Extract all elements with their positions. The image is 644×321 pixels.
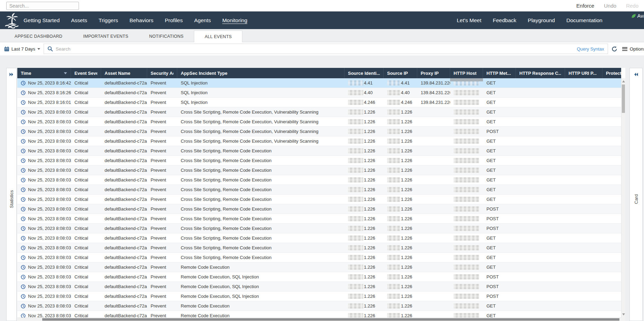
table-row[interactable]: Nov 25, 2023 8:08:03 PMCriticaldefaultBa… <box>17 253 621 262</box>
column-header-http-met[interactable]: HTTP Met... <box>483 68 516 78</box>
column-header-http-uri-p[interactable]: HTTP URI P... <box>565 68 602 78</box>
table-row[interactable]: Nov 25, 2023 8:08:03 PMCriticaldefaultBa… <box>17 301 621 311</box>
column-header-proxy-ip[interactable]: Proxy IP <box>417 68 450 78</box>
cell-http-response-code <box>516 253 565 262</box>
cell-security-action-text: Prevent <box>151 235 166 241</box>
options-menu-button[interactable]: Options <box>622 46 644 52</box>
redo-button[interactable]: Redo <box>626 3 638 9</box>
table-row[interactable]: Nov 25, 2023 8:08:03 PMCriticaldefaultBa… <box>17 146 621 156</box>
cell-source-ip: 1.226 <box>384 146 417 155</box>
nav-item-triggers[interactable]: Triggers <box>99 17 118 24</box>
cell-http-method: GET <box>483 98 516 107</box>
scroll-up-button[interactable] <box>621 79 625 84</box>
app-logo[interactable] <box>3 12 21 28</box>
nav-item-monitoring[interactable]: Monitoring <box>222 17 247 24</box>
table-row[interactable]: Nov 25, 2023 8:08:03 PMCriticaldefaultBa… <box>17 233 621 243</box>
clock-icon <box>21 216 26 221</box>
horizontal-scroll-thumb[interactable] <box>42 318 619 321</box>
table-row[interactable]: Nov 25, 2023 8:08:03 PMCriticaldefaultBa… <box>17 166 621 175</box>
cell-source-identifier-text: 1.226 <box>364 109 375 115</box>
table-row[interactable]: Nov 25, 2023 8:16:26 PMCriticaldefaultBa… <box>17 88 621 98</box>
column-header-http-response-c[interactable]: HTTP Response C... <box>516 68 565 78</box>
cell-asset-name-text: defaultBackend-c72a-f0c6 <box>105 129 147 134</box>
cell-security-action-text: Prevent <box>151 255 166 260</box>
column-header-http-host[interactable]: HTTP Host <box>450 68 483 78</box>
redacted-http-host <box>454 294 479 299</box>
nav-item-getting-started[interactable]: Getting Started <box>24 17 60 24</box>
redacted-http-host <box>454 255 479 260</box>
cell-proxy-ip <box>417 127 450 136</box>
column-header-appsec-incident-type[interactable]: AppSec Incident Type <box>177 68 345 78</box>
expand-card-button[interactable] <box>634 68 638 78</box>
vertical-scroll-thumb[interactable] <box>622 84 625 113</box>
table-row[interactable]: Nov 25, 2023 8:08:03 PMCriticaldefaultBa… <box>17 156 621 166</box>
table-row[interactable]: Nov 25, 2023 8:08:03 PMCriticaldefaultBa… <box>17 195 621 204</box>
query-syntax-link[interactable]: Query Syntax <box>577 46 604 52</box>
nav-item-documentation[interactable]: Documentation <box>566 17 602 24</box>
cell-time: Nov 25, 2023 8:08:03 PM <box>17 175 71 185</box>
nav-item-behaviors[interactable]: Behaviors <box>129 17 153 24</box>
cell-http-method-text: POST <box>486 274 499 279</box>
date-range-selector[interactable]: Last 7 Days <box>4 46 44 52</box>
table-row[interactable]: Nov 25, 2023 8:08:03 PMCriticaldefaultBa… <box>17 224 621 233</box>
cell-source-identifier: 1.226 <box>345 156 384 165</box>
global-search-input[interactable] <box>6 2 79 10</box>
tab-important-events[interactable]: IMPORTANT EVENTS <box>73 30 139 42</box>
vertical-scrollbar[interactable] <box>621 78 625 318</box>
enforce-button[interactable]: Enforce <box>576 3 594 9</box>
table-row[interactable]: Nov 25, 2023 8:08:03 PMCriticaldefaultBa… <box>17 282 621 292</box>
table-row[interactable]: Nov 25, 2023 8:08:03 PMCriticaldefaultBa… <box>17 175 621 185</box>
scroll-down-button[interactable] <box>621 312 625 317</box>
cell-time: Nov 25, 2023 8:08:03 PM <box>17 253 71 262</box>
table-row[interactable]: Nov 25, 2023 8:08:03 PMCriticaldefaultBa… <box>17 262 621 272</box>
table-row[interactable]: Nov 25, 2023 8:08:03 PMCriticaldefaultBa… <box>17 107 621 117</box>
clock-icon <box>21 275 26 279</box>
table-row[interactable]: Nov 25, 2023 8:08:03 PMCriticaldefaultBa… <box>17 136 621 146</box>
cell-source-ip-text: 4.246 <box>401 100 412 105</box>
refresh-icon[interactable] <box>611 46 617 52</box>
table-row[interactable]: Nov 25, 2023 8:08:03 PMCriticaldefaultBa… <box>17 185 621 195</box>
column-header-label: Time <box>21 71 31 76</box>
cell-time-text: Nov 25, 2023 8:08:03 PM <box>28 197 71 202</box>
table-row[interactable]: Nov 25, 2023 8:08:03 PMCriticaldefaultBa… <box>17 243 621 253</box>
nav-item-profiles[interactable]: Profiles <box>165 17 183 24</box>
table-row[interactable]: Nov 25, 2023 8:08:03 PMCriticaldefaultBa… <box>17 214 621 224</box>
cell-source-identifier-text: 1.226 <box>364 177 375 182</box>
cell-incident-type: Cross Site Scripting, Remote Code Execut… <box>177 136 345 146</box>
cell-source-ip-text: 1.226 <box>401 255 412 260</box>
column-header-time[interactable]: Time <box>17 68 71 78</box>
expand-statistics-button[interactable] <box>9 68 14 78</box>
table-row[interactable]: Nov 25, 2023 8:08:03 PMCriticaldefaultBa… <box>17 272 621 282</box>
nav-item-assets[interactable]: Assets <box>71 17 87 24</box>
table-row[interactable]: Nov 25, 2023 8:16:42 PMCriticaldefaultBa… <box>17 78 621 88</box>
table-row[interactable]: Nov 25, 2023 8:08:03 PMCriticaldefaultBa… <box>17 292 621 301</box>
column-header-protection-n[interactable]: Protection N... <box>602 68 621 78</box>
nav-item-let-s-meet[interactable]: Let's Meet <box>457 17 481 24</box>
user-menu[interactable]: Ava <box>631 13 644 19</box>
horizontal-scrollbar[interactable] <box>17 318 621 321</box>
events-search-input[interactable] <box>56 46 574 52</box>
nav-item-agents[interactable]: Agents <box>194 17 211 24</box>
cell-source-ip: 1.226 <box>384 262 417 272</box>
clock-icon <box>21 284 26 289</box>
column-header-source-identi[interactable]: Source Identi... <box>345 68 384 78</box>
cell-severity: Critical <box>71 127 101 136</box>
redacted-source-identifier <box>348 119 363 124</box>
nav-item-feedback[interactable]: Feedback <box>493 17 516 24</box>
column-header-source-ip[interactable]: Source IP <box>384 68 417 78</box>
table-row[interactable]: Nov 25, 2023 8:08:03 PMCriticaldefaultBa… <box>17 127 621 136</box>
column-header-event-seve[interactable]: Event Seve... <box>71 68 101 78</box>
undo-button[interactable]: Undo <box>604 3 616 9</box>
table-row[interactable]: Nov 25, 2023 8:08:03 PMCriticaldefaultBa… <box>17 204 621 214</box>
table-row[interactable]: Nov 25, 2023 8:16:01 PMCriticaldefaultBa… <box>17 98 621 107</box>
cell-asset-name-text: defaultBackend-c72a-f0c6 <box>105 274 147 279</box>
column-header-security-act[interactable]: Security Act... <box>147 68 177 78</box>
tab-notifications[interactable]: NOTIFICATIONS <box>139 30 194 42</box>
nav-item-playground[interactable]: Playground <box>528 17 555 24</box>
cell-severity: Critical <box>71 214 101 223</box>
column-header-asset-name[interactable]: Asset Name <box>101 68 147 78</box>
tab-all-events[interactable]: ALL EVENTS <box>194 30 242 42</box>
tab-appsec-dashboard[interactable]: APPSEC DASHBOARD <box>4 30 73 42</box>
cell-http-uri-path <box>565 262 602 272</box>
table-row[interactable]: Nov 25, 2023 8:08:03 PMCriticaldefaultBa… <box>17 117 621 127</box>
